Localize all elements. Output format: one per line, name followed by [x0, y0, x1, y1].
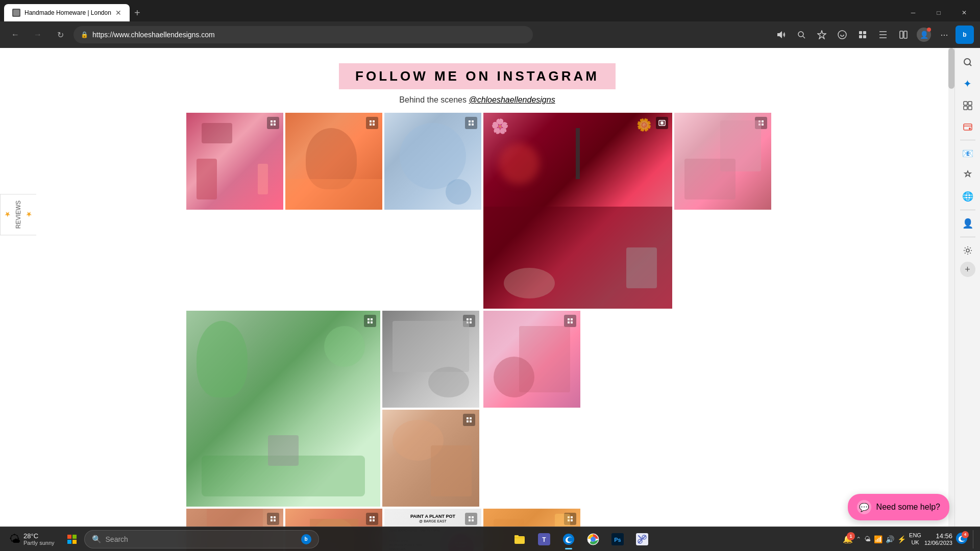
vertical-scrollbar[interactable] — [948, 48, 954, 527]
sidebar-add-button[interactable]: + — [960, 262, 975, 277]
svg-rect-60 — [373, 519, 375, 521]
maximize-button[interactable]: □ — [927, 4, 950, 21]
sidebar-settings-icon[interactable] — [958, 240, 978, 261]
network-icon[interactable]: 📶 — [874, 535, 883, 543]
svg-rect-28 — [472, 120, 474, 122]
sidebar-translate-icon[interactable]: 🌐 — [958, 186, 978, 207]
svg-rect-49 — [568, 318, 570, 320]
weather-temp: 28°C — [23, 532, 55, 540]
taskbar-photoshop[interactable]: Ps — [606, 528, 629, 550]
sidebar-outlook-icon[interactable]: 📧 — [958, 143, 978, 164]
tab-bar: Handmade Homeware | London ✕ + ─ □ ✕ — [0, 0, 980, 21]
instagram-photo-2[interactable] — [285, 113, 382, 210]
tray-weather[interactable]: 🌤 — [864, 535, 871, 543]
taskbar-search-bar[interactable]: 🔍 Search b — [84, 530, 319, 548]
show-hidden-icons-button[interactable]: ⌃ — [856, 536, 861, 543]
reviews-label: REVIEWS — [15, 201, 22, 229]
svg-rect-34 — [762, 120, 764, 122]
bing-logo: b — [301, 534, 311, 544]
edge-notifications[interactable]: 4 — [955, 532, 968, 546]
instagram-photo-9[interactable] — [483, 311, 580, 408]
reviews-star-top: ★ — [4, 211, 12, 219]
browser-chrome: Handmade Homeware | London ✕ + ─ □ ✕ ← →… — [0, 0, 980, 48]
usb-icon[interactable]: ⚡ — [897, 535, 906, 543]
close-button[interactable]: ✕ — [952, 4, 976, 21]
language-indicator[interactable]: ENG UK — [909, 532, 921, 545]
svg-rect-73 — [514, 536, 525, 544]
svg-rect-27 — [469, 120, 471, 122]
sidebar-wallet-icon[interactable] — [958, 116, 978, 137]
taskbar-edge[interactable] — [557, 528, 580, 550]
svg-rect-22 — [274, 123, 276, 126]
svg-rect-25 — [370, 123, 372, 126]
show-desktop-button[interactable] — [973, 530, 976, 548]
taskbar-search-icon: 🔍 — [92, 535, 102, 544]
svg-rect-0 — [13, 10, 19, 16]
reviews-sidebar-tab[interactable]: ★ REVIEWS ★ — [0, 194, 36, 235]
edge-badge-count: 4 — [962, 531, 969, 538]
new-tab-button[interactable]: + — [130, 5, 145, 20]
svg-rect-51 — [568, 321, 570, 323]
sidebar-search-icon[interactable] — [958, 52, 978, 72]
photo-badge-3 — [465, 117, 477, 129]
read-aloud-button[interactable] — [772, 26, 790, 44]
taskbar-snipping-tool[interactable] — [631, 528, 653, 550]
svg-rect-20 — [274, 120, 276, 122]
svg-rect-45 — [467, 417, 469, 419]
browser-content-area: FOLLOW ME ON INSTAGRAM Behind the scenes… — [0, 48, 954, 551]
svg-rect-42 — [470, 318, 472, 320]
sidebar-games-icon[interactable] — [958, 165, 978, 185]
volume-icon[interactable]: 🔊 — [886, 535, 894, 543]
forward-button[interactable]: → — [29, 26, 47, 44]
svg-rect-7 — [863, 35, 866, 38]
notification-bell[interactable]: 🔔 1 — [843, 534, 853, 544]
chat-support-widget[interactable]: 💬 Need some help? — [848, 494, 949, 520]
address-bar[interactable]: 🔒 https://www.chloeshaellendesigns.com — [74, 26, 533, 43]
svg-rect-68 — [571, 519, 573, 521]
zoom-button[interactable] — [792, 26, 811, 44]
toolbar-icons: 👤 ··· b — [772, 26, 974, 44]
bing-button[interactable]: b — [955, 26, 974, 44]
photo-row-1: 🌸 🌼 — [186, 113, 768, 309]
instagram-photo-4[interactable]: 🌸 🌼 — [483, 113, 672, 309]
sidebar-profile-icon[interactable]: 👤 — [958, 213, 978, 234]
taskbar-clock[interactable]: 14:56 12/06/2023 — [924, 532, 952, 546]
back-button[interactable]: ← — [6, 26, 24, 44]
tab-close-button[interactable]: ✕ — [115, 9, 121, 17]
taskbar-chrome[interactable] — [582, 528, 604, 550]
instagram-title: FOLLOW ME ON INSTAGRAM — [355, 68, 599, 84]
weather-widget[interactable]: 🌤 28°C Partly sunny — [4, 530, 60, 548]
minimize-button[interactable]: ─ — [901, 4, 925, 21]
start-button[interactable] — [62, 529, 82, 549]
instagram-handle-link[interactable]: @chloeshaellendesigns — [469, 95, 555, 104]
taskbar-file-explorer[interactable] — [508, 528, 531, 550]
svg-rect-19 — [271, 120, 273, 122]
active-tab[interactable]: Handmade Homeware | London ✕ — [4, 4, 130, 21]
refresh-button[interactable] — [833, 26, 851, 44]
sidebar-collections-icon[interactable] — [958, 95, 978, 115]
instagram-photo-5[interactable] — [674, 113, 771, 210]
taskbar-teams[interactable]: T — [533, 528, 555, 550]
svg-rect-40 — [371, 321, 373, 323]
instagram-photo-3[interactable] — [384, 113, 481, 210]
sidebar-copilot-icon[interactable]: ✦ — [958, 73, 978, 94]
photo-col-7-8 — [382, 311, 479, 507]
favorites-button[interactable] — [874, 26, 892, 44]
collections-button[interactable] — [894, 26, 913, 44]
svg-rect-44 — [470, 321, 472, 323]
more-button[interactable]: ··· — [935, 26, 953, 44]
taskbar-pinned-apps: T Ps — [321, 528, 841, 550]
svg-rect-59 — [370, 519, 372, 521]
reload-button[interactable]: ↻ — [51, 26, 69, 44]
svg-rect-58 — [373, 516, 375, 518]
extensions-button[interactable] — [853, 26, 872, 44]
instagram-photo-6[interactable] — [186, 311, 380, 507]
instagram-photo-8[interactable] — [382, 410, 479, 507]
taskbar-search-text: Search — [106, 535, 297, 543]
instagram-photo-7[interactable] — [382, 311, 479, 408]
weather-info: 28°C Partly sunny — [23, 532, 55, 546]
instagram-photo-1[interactable] — [186, 113, 283, 210]
add-favorites-button[interactable] — [813, 26, 831, 44]
scroll-thumb[interactable] — [948, 48, 954, 89]
profile-button[interactable]: 👤 — [915, 26, 933, 44]
